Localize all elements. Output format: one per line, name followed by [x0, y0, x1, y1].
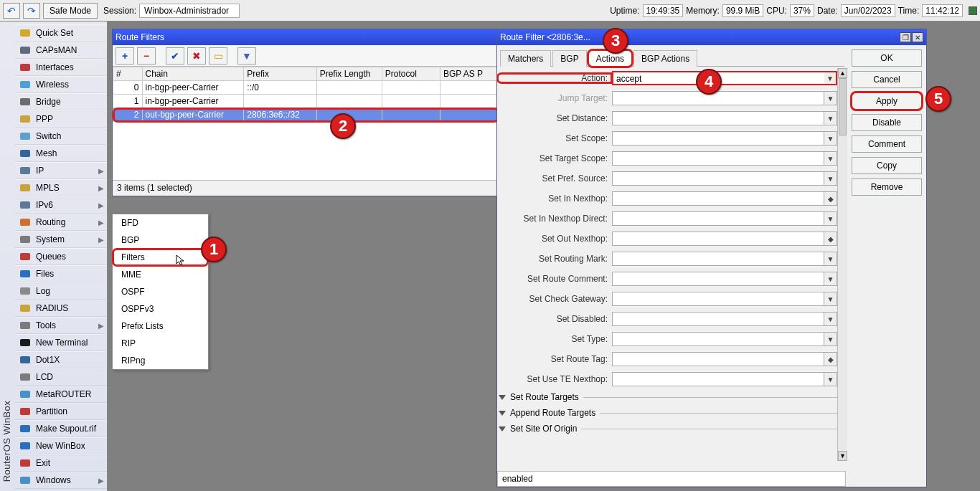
dropdown-toggle-icon[interactable]: ▼: [824, 111, 837, 125]
restore-button[interactable]: ❐: [900, 32, 911, 42]
field-input[interactable]: [612, 171, 824, 186]
scroll-thumb[interactable]: [839, 78, 847, 135]
dropdown-toggle-icon[interactable]: ▼: [824, 71, 837, 85]
sidebar-item-dot1x[interactable]: Dot1X: [14, 351, 107, 368]
close-button[interactable]: ✕: [912, 32, 923, 42]
column-header[interactable]: #: [113, 67, 143, 81]
table-row[interactable]: 1in-bgp-peer-Carrier: [113, 95, 499, 108]
field-input[interactable]: [612, 111, 824, 125]
add-button[interactable]: +: [116, 47, 134, 65]
detail-scrollbar[interactable]: ▲ ▼: [837, 68, 847, 461]
collapser-append-route-targets[interactable]: Append Route Targets: [497, 405, 837, 421]
scroll-up-icon[interactable]: ▲: [838, 68, 847, 78]
tab-matchers[interactable]: Matchers: [500, 50, 551, 67]
field-input[interactable]: [612, 352, 824, 366]
sidebar-item-ppp[interactable]: PPP: [14, 110, 107, 128]
field-input[interactable]: [612, 272, 824, 286]
tab-bgp[interactable]: BGP: [552, 50, 586, 67]
column-header[interactable]: BGP AS P: [440, 67, 498, 81]
collapser-set-site-of-origin[interactable]: Set Site Of Origin: [497, 421, 837, 437]
disable-button[interactable]: Disable: [852, 114, 922, 131]
route-filter-detail-titlebar[interactable]: Route Filter <2806:3e... ❐ ✕: [497, 29, 926, 45]
sidebar-item-queues[interactable]: Queues: [14, 248, 107, 265]
sidebar-item-bridge[interactable]: Bridge: [14, 93, 107, 110]
column-header[interactable]: Prefix: [244, 67, 316, 81]
copy-button[interactable]: Copy: [852, 157, 922, 174]
sidebar-item-tools[interactable]: Tools▶: [14, 317, 107, 334]
submenu-item-mme[interactable]: MME: [113, 266, 208, 283]
field-input[interactable]: [612, 252, 824, 266]
sidebar-item-mesh[interactable]: Mesh: [14, 145, 107, 162]
submenu-item-rip[interactable]: RIP: [113, 335, 208, 352]
field-input[interactable]: [612, 332, 824, 346]
collapser-set-route-targets[interactable]: Set Route Targets: [497, 389, 837, 405]
dropdown-toggle-icon[interactable]: ▼: [824, 272, 837, 286]
dropdown-toggle-icon[interactable]: ▼: [824, 151, 837, 166]
submenu-item-ospf[interactable]: OSPF: [113, 283, 208, 300]
sidebar-item-new-terminal[interactable]: New Terminal: [14, 334, 107, 351]
submenu-item-ripng[interactable]: RIPng: [113, 352, 208, 369]
dropdown-toggle-icon[interactable]: ▼: [824, 211, 837, 226]
sidebar-item-capsman[interactable]: CAPsMAN: [14, 42, 107, 59]
field-input[interactable]: [612, 372, 824, 386]
sidebar-item-make-supout-rif[interactable]: Make Supout.rif: [14, 420, 107, 437]
ok-button[interactable]: OK: [852, 49, 922, 67]
dropdown-toggle-icon[interactable]: ▼: [824, 332, 837, 346]
sidebar-item-system[interactable]: System▶: [14, 231, 107, 248]
dropdown-toggle-icon[interactable]: ▼: [824, 252, 837, 266]
route-filters-titlebar[interactable]: Route Filters: [113, 29, 499, 45]
filter-button[interactable]: ▼: [237, 47, 256, 65]
session-value[interactable]: Winbox-Administrador: [139, 4, 240, 18]
dropdown-toggle-icon[interactable]: ▼: [824, 372, 837, 386]
column-header[interactable]: Prefix Length: [316, 67, 382, 81]
submenu-item-filters[interactable]: Filters: [113, 249, 208, 266]
dropdown-toggle-icon[interactable]: ▼: [824, 312, 837, 326]
sidebar-item-ipv6[interactable]: IPv6▶: [14, 196, 107, 214]
dropdown-toggle-icon[interactable]: ▼: [824, 171, 837, 186]
sidebar-item-switch[interactable]: Switch: [14, 128, 107, 145]
submenu-item-bgp[interactable]: BGP: [113, 232, 208, 249]
field-input[interactable]: [612, 312, 824, 326]
sidebar-item-mpls[interactable]: MPLS▶: [14, 179, 107, 196]
route-filters-table[interactable]: #ChainPrefixPrefix LengthProtocolBGP AS …: [113, 67, 499, 180]
submenu-item-ospfv3[interactable]: OSPFv3: [113, 300, 208, 318]
dropdown-toggle-icon[interactable]: ◆: [824, 352, 837, 366]
undo-button[interactable]: ↶: [3, 3, 20, 19]
field-input[interactable]: [612, 292, 824, 306]
remove-button[interactable]: Remove: [852, 178, 922, 196]
field-input[interactable]: [612, 131, 824, 146]
comment-button[interactable]: ▭: [209, 47, 227, 65]
field-input[interactable]: [612, 191, 824, 206]
scroll-down-icon[interactable]: ▼: [838, 451, 847, 461]
sidebar-item-metarouter[interactable]: MetaROUTER: [14, 386, 107, 403]
dropdown-toggle-icon[interactable]: ▼: [824, 131, 837, 146]
dropdown-toggle-icon[interactable]: ◆: [824, 191, 837, 206]
field-input[interactable]: [612, 151, 824, 166]
apply-button[interactable]: Apply: [852, 92, 922, 110]
sidebar-item-exit[interactable]: Exit: [14, 454, 107, 472]
sidebar-item-partition[interactable]: Partition: [14, 403, 107, 420]
redo-button[interactable]: ↷: [23, 3, 40, 19]
sidebar-item-interfaces[interactable]: Interfaces: [14, 59, 107, 76]
comment-button[interactable]: Comment: [852, 135, 922, 153]
sidebar-item-ip[interactable]: IP▶: [14, 162, 107, 179]
sidebar-item-wireless[interactable]: Wireless: [14, 76, 107, 93]
column-header[interactable]: Chain: [142, 67, 244, 81]
sidebar-item-quick-set[interactable]: Quick Set: [14, 24, 107, 42]
sidebar-item-new-winbox[interactable]: New WinBox: [14, 437, 107, 454]
sidebar-item-lcd[interactable]: LCD: [14, 368, 107, 386]
sidebar-item-radius[interactable]: RADIUS: [14, 300, 107, 317]
column-header[interactable]: Protocol: [382, 67, 440, 81]
sidebar-item-routing[interactable]: Routing▶: [14, 214, 107, 231]
dropdown-toggle-icon[interactable]: ◆: [824, 232, 837, 246]
tab-bgp-actions[interactable]: BGP Actions: [633, 50, 697, 67]
submenu-item-bfd[interactable]: BFD: [113, 214, 208, 232]
remove-button[interactable]: −: [137, 47, 156, 65]
sidebar-item-windows[interactable]: Windows▶: [14, 472, 107, 489]
sidebar-item-files[interactable]: Files: [14, 265, 107, 282]
dropdown-toggle-icon[interactable]: ▼: [824, 292, 837, 306]
field-input[interactable]: [612, 232, 824, 246]
disable-button[interactable]: ✖: [187, 47, 206, 65]
table-row[interactable]: 2out-bgp-peer-Carrier2806:3e6::/32: [113, 108, 499, 122]
table-row[interactable]: 0in-bgp-peer-Carrier::/0: [113, 81, 499, 95]
